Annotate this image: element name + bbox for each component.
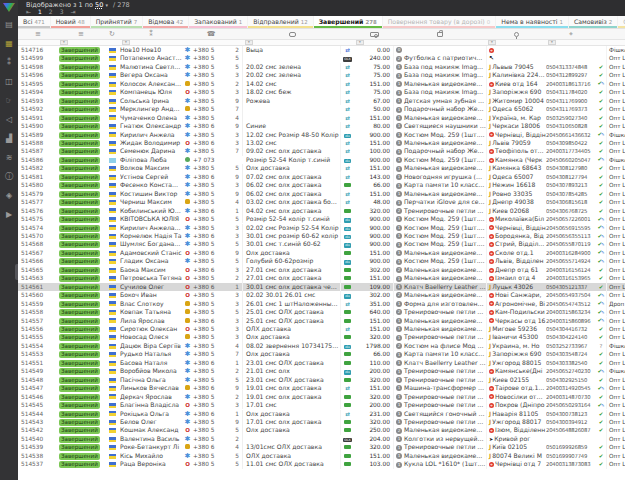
status-icon[interactable]: ≡	[58, 29, 104, 40]
status-filter[interactable]: ▾	[60, 40, 68, 45]
tab-сервіси[interactable]: Сервіси0	[618, 16, 625, 28]
tracking-number[interactable]: 20450655870119	[546, 240, 596, 248]
table-row[interactable]: 514561ЗавершенийСучилов ОлегO+380 6130.0…	[18, 283, 625, 291]
client-phone[interactable]: +380 6	[193, 266, 229, 274]
tracking-number[interactable]: 0504307893213	[546, 181, 596, 189]
client-phone[interactable]: +380 5	[193, 63, 229, 71]
table-row[interactable]: 514582ЗавершенийВолков Максим✱+380 55Олх…	[18, 164, 625, 172]
client-phone[interactable]: +380 5	[193, 181, 229, 189]
tracking-number[interactable]: 20450648826087	[546, 426, 596, 434]
tab-самовивіз[interactable]: Самовивіз2	[569, 16, 617, 28]
client-phone[interactable]: +380 6	[193, 317, 229, 325]
tab-запакований[interactable]: Запакований1	[189, 16, 247, 28]
location-pin-icon[interactable]	[486, 29, 546, 40]
tab-відправлений[interactable]: Відправлений12	[248, 16, 312, 28]
last-page-icon[interactable]: ⇥	[71, 8, 76, 15]
tracking-number[interactable]: 20450655714924	[546, 257, 596, 265]
client-phone[interactable]: +380 5	[193, 114, 229, 122]
table-row[interactable]: 514537ЗавершенийРаца ВеронікаO+380 5511.…	[18, 460, 625, 468]
table-row[interactable]: 514591ЗавершенийЧумаченко Олена✱+380 54⇄…	[18, 114, 625, 122]
table-row[interactable]: 514599ЗавершенийПотапенко Анастас✱+380 5…	[18, 54, 625, 62]
video-icon[interactable]: ▶	[0, 210, 18, 220]
table-row[interactable]: 514555ЗавершенийНовосад Олеся+380 53Олх …	[18, 333, 625, 341]
client-phone[interactable]: +380 6	[193, 122, 229, 130]
tracking-number[interactable]: 20450657226001	[546, 215, 596, 223]
tracking-number[interactable]: 20400313873083	[546, 460, 596, 468]
table-row[interactable]: 514588ЗавершенийЖидак ВолодимирO+380 631…	[18, 139, 625, 147]
client-phone[interactable]: +380 5	[193, 401, 229, 409]
client-phone[interactable]: +380 5	[193, 426, 229, 434]
client-phone[interactable]: +380 5	[193, 80, 229, 88]
tracking-number[interactable]: 20450656915595	[546, 224, 596, 232]
table-row[interactable]: 514539ЗавершенийРоке-Бетанкурт Лі+380 64…	[18, 443, 625, 451]
first-page-icon[interactable]: ⇤	[26, 8, 31, 15]
tracking-number[interactable]: 20400316153965	[546, 274, 596, 282]
client-phone[interactable]: +380 5	[193, 71, 229, 79]
name-filter[interactable]: ▾	[122, 40, 130, 45]
tracking-number[interactable]: 0504303548724	[546, 350, 596, 358]
client-phone[interactable]: +380 5	[193, 198, 229, 206]
tracking-number[interactable]: 0504313374848	[546, 63, 596, 71]
table-row[interactable]: 514565ЗавершенийБаока МаксимO+380 6327.0…	[18, 266, 625, 274]
tab-повернення-товару-в-дорозі-[interactable]: Повернення товару (в дорозі)0	[383, 16, 496, 28]
table-row[interactable]: 514595ЗавершенийКолосок Александр+380 52…	[18, 80, 625, 88]
tab-всі[interactable]: Всі471	[18, 16, 50, 28]
tracking-filter[interactable]: ▾	[548, 40, 556, 45]
table-row[interactable]: 514593ЗавершенийСольська Ірина✱+380 59Ро…	[18, 97, 625, 105]
tab-прийнятий[interactable]: Прийнятий7	[91, 16, 142, 28]
tab-завершений[interactable]: Завершений278	[314, 16, 382, 28]
client-phone[interactable]: +380 5	[193, 88, 229, 96]
tracking-number[interactable]: 20400318613716	[546, 80, 596, 88]
table-row[interactable]: 514560ЗавершенийБокоч ИванO+380 5302.02 …	[18, 291, 625, 299]
tracking-number[interactable]: 0504307854285	[546, 190, 596, 198]
client-phone[interactable]: +380 5	[193, 291, 229, 299]
client-phone[interactable]: +380 6	[193, 232, 229, 240]
table-row[interactable]: 514551ЗавершенийБасова Наталя✱+380 6123.…	[18, 359, 625, 367]
table-row[interactable]: 514558ЗавершенийКовпак Татьяна+380 5525.…	[18, 308, 625, 316]
client-phone[interactable]: +380 5	[193, 190, 229, 198]
table-row[interactable]: 514577ЗавершенийЧерниш Максим+380 5403.0…	[18, 198, 625, 206]
client-phone[interactable]: +380 5	[193, 97, 229, 105]
chart-icon[interactable]: ▟	[0, 134, 18, 144]
tracking-number[interactable]: 20400314870730	[546, 393, 596, 401]
tracking-number[interactable]: 0504302925150	[546, 376, 596, 384]
tracking-number[interactable]: 0504312899297	[546, 71, 596, 79]
tracking-number[interactable]: 20450650293164	[546, 401, 596, 409]
table-row[interactable]: 514567ЗавершенийАдамовский СтанісO+380 6…	[18, 249, 625, 257]
comment-icon[interactable]	[243, 29, 341, 40]
client-phone[interactable]: +380 6	[193, 173, 229, 181]
table-row[interactable]: 514716ЗавершенийНов10 Нов10✱+380 52Выца⇄…	[18, 46, 625, 54]
products-icon[interactable]	[394, 29, 486, 40]
table-row[interactable]: 514574ЗавершенийКирилич Анжела Ол✱+380 5…	[18, 224, 625, 232]
table-row[interactable]: 514570ЗавершенийКорнелюк Надія Та✱+380 6…	[18, 232, 625, 240]
hand-icon[interactable]: ☞	[0, 96, 18, 106]
table-row[interactable]: 514581ЗавершенийУстінов Сергей✱+380 6907…	[18, 173, 625, 181]
client-phone[interactable]: +380 5	[193, 215, 229, 223]
table-row[interactable]: 514587ЗавершенийСеменюк Дарина✱+380 5709…	[18, 147, 625, 155]
table-row[interactable]: 514575ЗавершенийКВІТОВСЬКА ЮЛІЯO+380 55Р…	[18, 215, 625, 223]
table-row[interactable]: 514596ЗавершенийВегера Оксана✱+380 5320.…	[18, 71, 625, 79]
tracking-number[interactable]: 0504306768725	[546, 207, 596, 215]
orders-icon[interactable]: ▦	[0, 39, 18, 49]
table-row[interactable]: 514556ЗавершенийСиротюк ОлексанO+380 53О…	[18, 325, 625, 333]
client-phone[interactable]: +380 5	[193, 367, 229, 375]
table-row[interactable]: 514548ЗавершенийПасічна Ольга✱+380 5523.…	[18, 376, 625, 384]
table-row[interactable]: 514549ЗавершенийВоробйов Микола✱+380 522…	[18, 367, 625, 375]
client-phone[interactable]: +380 5	[193, 164, 229, 172]
client-phone[interactable]: +380 6	[193, 384, 229, 392]
tracking-number[interactable]: 20400317734405	[546, 147, 596, 155]
tab-відмова[interactable]: Відмова42	[143, 16, 188, 28]
tab-нема-в-наявності[interactable]: Нема в наявності1	[496, 16, 568, 28]
tracking-number[interactable]: 20400314920545	[546, 384, 596, 392]
tab-новий[interactable]: Новий48	[51, 16, 90, 28]
tracking-number[interactable]: 0503259027340	[546, 114, 596, 122]
tracking-number[interactable]: 20400315863234	[546, 308, 596, 316]
table-row[interactable]: 514598ЗавершенийМалютина Светлана✱+380 5…	[18, 63, 625, 71]
tracking-number[interactable]: 0504311769900	[546, 97, 596, 105]
client-phone[interactable]: +380 5	[193, 274, 229, 282]
client-phone[interactable]: +380 6	[193, 410, 229, 418]
client-phone[interactable]: +380 5	[193, 460, 229, 468]
client-phone[interactable]: +380 5	[193, 147, 229, 155]
client-phone[interactable]: +380 5	[193, 325, 229, 333]
clients-icon[interactable]: ⁑	[0, 58, 18, 68]
